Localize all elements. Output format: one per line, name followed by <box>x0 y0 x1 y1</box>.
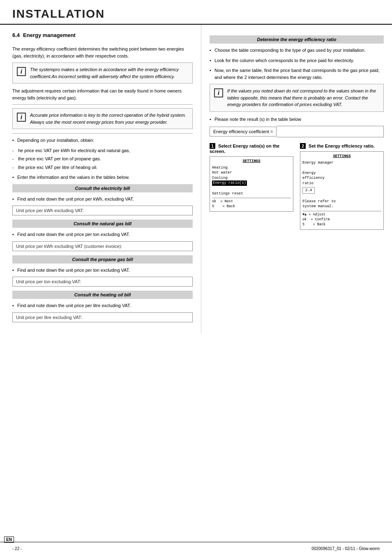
left-column: 6.4 Energy management The energy efficie… <box>0 25 201 334</box>
section-title-text: Energy management <box>23 32 76 38</box>
info-text-1: The systempro makes a selection in accor… <box>30 66 188 80</box>
footer-doc-ref: 0020096317_01 - 02/11 - Glow-worm <box>311 546 380 551</box>
page-title: INSTALLATION <box>12 7 105 20</box>
right-column: Determine the energy efficiency ratio Ch… <box>201 25 392 334</box>
dash-item-3: the price exc VAT per litre of heating o… <box>12 164 193 171</box>
bullet-heating: Find and note down the unit price per li… <box>12 302 193 309</box>
field-electricity[interactable]: Unit price per kWh excluding VAT: <box>12 206 193 215</box>
info-icon-1: i <box>17 67 26 76</box>
info-text-2: Accurate price information is key to the… <box>30 112 188 125</box>
consult-natural-header: Consult the natural gas bill <box>12 220 193 228</box>
page-header: INSTALLATION <box>0 0 392 25</box>
info-box-1: i The systempro makes a selection in acc… <box>12 62 193 83</box>
field-heating[interactable]: Unit price per litre excluding VAT: <box>12 312 193 322</box>
screen-2-title: SETTINGS <box>302 154 381 159</box>
step-2: 2 Set the Energy efficiency ratio. SETTI… <box>300 143 384 230</box>
bullet-electricity: Find and note down the unit price per kW… <box>12 196 193 203</box>
screen-2-mockup: SETTINGS Energy manager Energy efficienc… <box>300 151 384 230</box>
screen-2-value: 2.4 <box>302 187 315 194</box>
right-bullet-4-list: Please note the result (s) in the table … <box>210 116 384 123</box>
consult-propane-header: Consult the propane gas bill <box>12 255 193 264</box>
dash-list: he price exc VAT per kWh for electricity… <box>12 147 193 171</box>
screen-1-settings-reset: Settings reset <box>212 191 291 197</box>
screen-1-item-2: Hot water <box>212 170 291 176</box>
consult-heating-header: Consult the heating oil bill <box>12 291 193 299</box>
rule-2 <box>12 133 193 134</box>
field-propane[interactable]: Unit price per ton excluding VAT: <box>12 277 193 287</box>
bullet-item-enter: Enter the information and the values in … <box>12 174 193 181</box>
energy-coeff-value-field[interactable] <box>277 126 384 137</box>
section-heading: 6.4 Energy management <box>12 32 193 42</box>
bullet-item-obtain: Depending on your installation, obtain: <box>12 137 193 144</box>
screen-2-note: Please refer tosystem manual. <box>302 199 381 209</box>
info-text-right: If the values you noted down do not corr… <box>227 88 379 108</box>
screen-1-highlight: Energy ratio(s) <box>212 180 247 186</box>
screen-1-mockup: SETTINGS Heating Hot water Cooling Energ… <box>210 156 293 212</box>
dash-item-1: he price exc VAT per kWh for electricity… <box>12 147 193 154</box>
screen-2-body-3: ratio <box>302 181 381 186</box>
dash-item-2: the price exc VAT per ton of propane gas… <box>12 155 193 162</box>
screen-2-body-2: efficiency <box>302 176 381 181</box>
main-content: 6.4 Energy management The energy efficie… <box>0 25 392 334</box>
page: INSTALLATION 6.4 Energy management The e… <box>0 0 392 555</box>
rule-1 <box>12 104 193 105</box>
screen-1-item-4: Energy ratio(s) <box>212 180 291 186</box>
bullet-electricity-item: Find and note down the unit price per kW… <box>12 196 193 203</box>
steps-row: 1 Select Energy ratio(s) on the screen. … <box>210 143 384 230</box>
right-bullets: Choose the table corresponding to the ty… <box>210 47 384 54</box>
step-2-header: 2 Set the Energy efficiency ratio. <box>300 143 384 149</box>
screen-1-footer: ok = Next 5 = Back <box>212 198 291 209</box>
energy-coeff-row: Energy efficiency coefficient = <box>210 126 384 137</box>
bullet-heating-item: Find and note down the unit price per li… <box>12 302 193 309</box>
info-box-right: i If the values you noted down do not co… <box>210 84 384 112</box>
second-para: The adjustment requires certain informat… <box>12 88 193 101</box>
screen-1-item-1: Heating <box>212 165 291 171</box>
right-bullet-4: Please note the result (s) in the table … <box>210 116 384 123</box>
determine-header: Determine the energy efficiency ratio <box>210 35 384 44</box>
right-bullet-2: Look for the column which corresponds to… <box>210 57 384 64</box>
bullet-propane: Find and note down the unit price per to… <box>12 267 193 274</box>
screen-1-title: SETTINGS <box>212 159 291 164</box>
right-bullet-1: Choose the table corresponding to the ty… <box>210 47 384 54</box>
step-2-num: 2 <box>300 143 306 149</box>
info-box-2: i Accurate price information is key to t… <box>12 108 193 129</box>
footer-page-number: - 22 - <box>12 546 22 551</box>
screen-2-subtitle: Energy manager <box>302 160 381 166</box>
info-icon-2: i <box>17 113 26 122</box>
step-1: 1 Select Energy ratio(s) on the screen. … <box>210 143 293 230</box>
screen-2-footer: ▼▲ = Adjust ok = Confirm 5 = Back <box>302 211 381 227</box>
info-icon-right: i <box>214 88 223 97</box>
step-1-num: 1 <box>210 143 215 149</box>
consult-electricity-header: Consult the electricity bill <box>12 184 193 192</box>
bullet-list-1: Depending on your installation, obtain: <box>12 137 193 144</box>
field-natural[interactable]: Unit price per kWh excluding VAT (custom… <box>12 241 193 251</box>
screen-1-item-3: Cooling <box>212 176 291 181</box>
section-number: 6.4 <box>12 32 20 38</box>
right-bullet-3: Now, on the same table, find the price b… <box>210 67 384 81</box>
bullet-propane-item: Find and note down the unit price per to… <box>12 267 193 274</box>
bullet-list-2: Enter the information and the values in … <box>12 174 193 181</box>
step-1-header: 1 Select Energy ratio(s) on the screen. <box>210 143 293 154</box>
page-footer: - 22 - 0020096317_01 - 02/11 - Glow-worm <box>0 542 392 555</box>
energy-coeff-label: Energy efficiency coefficient = <box>210 127 277 136</box>
bullet-natural: Find and note down the unit price per to… <box>12 231 193 238</box>
screen-2-body-1: Energy <box>302 171 381 176</box>
bullet-natural-item: Find and note down the unit price per to… <box>12 231 193 238</box>
right-bullets-2: Look for the column which corresponds to… <box>210 57 384 64</box>
intro-para: The energy efficiency coefficient determ… <box>12 46 193 59</box>
right-bullets-3: Now, on the same table, find the price b… <box>210 67 384 81</box>
